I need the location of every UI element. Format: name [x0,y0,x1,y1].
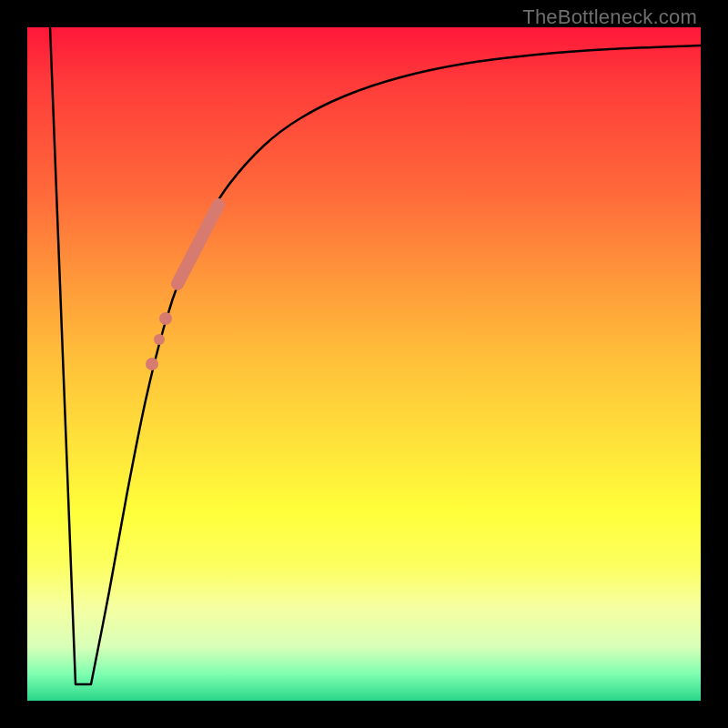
chart-container: TheBottleneck.com [0,0,728,728]
chart-svg [27,27,701,701]
highlight-dot [159,312,172,325]
curve-group [50,27,701,684]
markers-group [146,205,218,370]
highlight-dot [146,358,158,370]
watermark-text: TheBottleneck.com [522,5,697,29]
plot-area [27,27,701,701]
highlight-dot [154,334,165,345]
highlight-segment [177,205,218,284]
bottleneck-curve [50,27,701,684]
